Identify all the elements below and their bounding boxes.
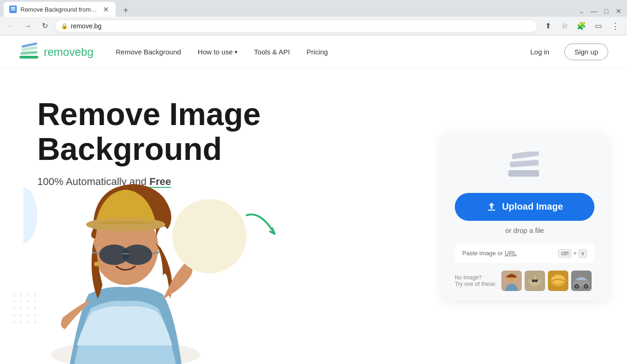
svg-line-31	[92, 252, 99, 253]
chevron-down-icon: ▾	[235, 49, 237, 55]
svg-rect-38	[510, 159, 539, 167]
svg-point-36	[94, 262, 99, 266]
site-content: removebg Remove Background How to use ▾ …	[0, 35, 627, 364]
svg-rect-0	[11, 8, 15, 9]
signup-button[interactable]: Sign up	[564, 43, 608, 60]
lock-icon: 🔒	[61, 23, 68, 29]
back-button[interactable]: ←	[5, 20, 18, 33]
nav-link-tools-api[interactable]: Tools & API	[247, 44, 297, 60]
tab-title: Remove Background from Image	[20, 6, 98, 13]
svg-point-30	[122, 245, 152, 265]
nav-link-remove-background[interactable]: Remove Background	[108, 44, 189, 60]
browser-window: Remove Background from Image ✕ + ⌵ — □ ✕…	[0, 0, 627, 364]
svg-rect-37	[512, 152, 539, 159]
right-content: Upload Image or drop a file Paste image …	[431, 69, 627, 364]
nav-actions: Log in Sign up	[521, 43, 608, 60]
decorative-arrow	[242, 206, 284, 245]
chevron-down-icon[interactable]: ⌵	[580, 7, 583, 15]
close-button[interactable]: ✕	[616, 7, 621, 15]
paste-label: Paste image or URL	[462, 250, 517, 257]
svg-point-7	[13, 293, 15, 295]
sample-thumb-dog[interactable]	[525, 271, 545, 291]
svg-rect-39	[508, 170, 539, 177]
paste-url-link[interactable]: URL	[505, 250, 517, 257]
upload-icon	[486, 201, 497, 212]
try-label: Try one of these:	[455, 281, 497, 287]
svg-rect-2	[11, 7, 15, 8]
svg-point-35	[86, 218, 165, 232]
sample-thumb-car[interactable]	[571, 271, 592, 291]
hero-title: Remove Image Background	[37, 97, 431, 166]
svg-point-24	[20, 321, 22, 323]
no-image-label-group: No image? Try one of these:	[455, 274, 497, 287]
sample-images	[501, 271, 592, 291]
svg-point-19	[13, 314, 15, 316]
nav-links: Remove Background How to use ▾ Tools & A…	[108, 44, 521, 60]
logo[interactable]: removebg	[19, 42, 94, 62]
drop-text: or drop a file	[455, 226, 594, 234]
svg-point-8	[20, 293, 22, 295]
svg-line-32	[152, 252, 159, 253]
active-tab[interactable]: Remove Background from Image ✕	[4, 2, 115, 17]
svg-rect-4	[20, 51, 37, 54]
bookmark-icon[interactable]: ☆	[558, 20, 571, 33]
site-navigation: removebg Remove Background How to use ▾ …	[0, 35, 627, 69]
maximize-button[interactable]: □	[605, 7, 608, 15]
svg-point-20	[20, 314, 22, 316]
svg-rect-5	[20, 56, 38, 59]
extensions-icon[interactable]: 🧩	[575, 20, 588, 33]
nav-link-pricing[interactable]: Pricing	[299, 44, 336, 60]
sample-thumb-bread[interactable]	[548, 271, 568, 291]
upload-image-button[interactable]: Upload Image	[455, 193, 594, 221]
upload-icon-area	[455, 152, 594, 182]
svg-point-23	[13, 321, 15, 323]
address-actions: ⬆ ☆ 🧩 ▭	[541, 20, 605, 33]
logo-icon	[19, 42, 39, 62]
sample-thumb-person[interactable]	[501, 271, 522, 291]
share-icon[interactable]: ⬆	[541, 20, 554, 33]
minimize-button[interactable]: —	[591, 7, 597, 15]
url-text: remove.bg	[71, 22, 101, 30]
left-content: Remove Image Background 100% Automatical…	[0, 69, 431, 364]
tab-bar: Remove Background from Image ✕ + ⌵ — □ ✕	[0, 0, 627, 17]
paste-area: Paste image or URL ctrl + v	[455, 244, 594, 263]
reload-button[interactable]: ↻	[38, 20, 51, 33]
login-button[interactable]: Log in	[521, 44, 559, 60]
svg-point-56	[585, 285, 587, 287]
forward-button[interactable]: →	[21, 20, 34, 33]
tab-favicon	[9, 6, 17, 13]
svg-point-16	[20, 307, 22, 309]
no-image-label: No image?	[455, 274, 497, 281]
new-tab-button[interactable]: +	[119, 4, 132, 17]
decorative-circle	[172, 199, 247, 273]
sample-images-area: No image? Try one of these:	[455, 271, 594, 291]
svg-point-15	[13, 307, 15, 309]
svg-rect-40	[488, 210, 495, 211]
logo-text: removebg	[44, 46, 94, 59]
keyboard-hint: ctrl + v	[558, 249, 587, 258]
window-controls: ⌵ — □ ✕	[580, 7, 627, 17]
main-content: Remove Image Background 100% Automatical…	[0, 69, 627, 364]
nav-link-how-to-use[interactable]: How to use ▾	[190, 44, 245, 60]
upload-card: Upload Image or drop a file Paste image …	[441, 133, 608, 300]
svg-rect-1	[11, 10, 15, 11]
svg-point-12	[20, 300, 22, 302]
ctrl-key: ctrl	[558, 249, 571, 258]
plus-separator: +	[573, 250, 577, 257]
sidebar-icon[interactable]: ▭	[592, 20, 605, 33]
svg-point-48	[535, 279, 538, 282]
url-bar[interactable]: 🔒 remove.bg	[55, 20, 538, 33]
layers-icon	[506, 152, 543, 182]
svg-point-47	[532, 279, 535, 282]
address-bar: ← → ↻ 🔒 remove.bg ⬆ ☆ 🧩 ▭ ⋮	[0, 17, 627, 35]
v-key: v	[579, 249, 587, 258]
svg-point-55	[576, 285, 578, 287]
browser-menu-button[interactable]: ⋮	[608, 19, 622, 33]
svg-point-11	[13, 300, 15, 302]
tab-close-button[interactable]: ✕	[102, 4, 110, 15]
